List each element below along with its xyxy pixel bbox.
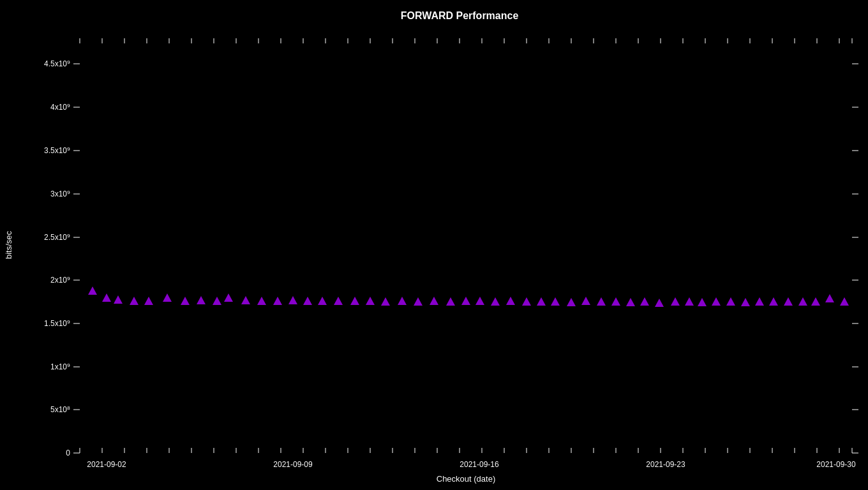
svg-marker-80 xyxy=(213,297,221,305)
svg-marker-102 xyxy=(551,297,560,306)
svg-marker-106 xyxy=(611,297,620,306)
svg-marker-105 xyxy=(597,297,606,306)
svg-marker-82 xyxy=(241,296,250,304)
svg-marker-118 xyxy=(784,297,793,306)
svg-marker-115 xyxy=(741,298,750,306)
y-tick-label: 0 xyxy=(66,449,70,457)
svg-marker-94 xyxy=(430,297,438,305)
y-tick-label: 2x10⁹ xyxy=(50,276,70,285)
x-axis-label: Checkout (date) xyxy=(437,474,496,484)
x-tick-label-4: 2021-09-23 xyxy=(646,460,685,469)
y-tick-label: 4.5x10⁹ xyxy=(44,59,70,68)
y-tick-label: 3.5x10⁹ xyxy=(44,146,70,155)
y-tick-label: 2.5x10⁹ xyxy=(44,233,70,242)
svg-marker-122 xyxy=(840,297,849,306)
svg-marker-107 xyxy=(626,298,635,306)
x-tick-label-5: 2021-09-30 xyxy=(816,460,856,469)
svg-marker-81 xyxy=(224,293,233,302)
svg-marker-88 xyxy=(334,297,343,305)
svg-marker-87 xyxy=(318,297,327,305)
svg-marker-79 xyxy=(197,296,206,304)
chart-title: FORWARD Performance xyxy=(401,10,519,21)
svg-marker-77 xyxy=(163,293,172,302)
data-points xyxy=(88,286,849,307)
svg-marker-117 xyxy=(769,297,778,306)
svg-marker-95 xyxy=(446,297,455,306)
svg-marker-97 xyxy=(475,297,484,305)
svg-marker-100 xyxy=(522,297,531,306)
chart-container: FORWARD Performance bits/sec Checkout (d… xyxy=(0,0,868,490)
svg-marker-101 xyxy=(537,297,546,306)
svg-marker-114 xyxy=(726,297,735,306)
y-tick-label: 1x10⁹ xyxy=(50,362,70,371)
svg-marker-83 xyxy=(257,297,266,305)
svg-marker-72 xyxy=(88,286,97,295)
svg-marker-89 xyxy=(350,297,359,305)
y-axis-label: bits/sec xyxy=(4,230,13,259)
svg-marker-86 xyxy=(303,297,312,305)
y-tick-label: 3x10⁹ xyxy=(50,189,70,198)
svg-marker-78 xyxy=(181,297,190,305)
svg-marker-120 xyxy=(811,297,820,306)
svg-marker-91 xyxy=(381,297,390,306)
svg-marker-110 xyxy=(671,297,680,306)
svg-marker-73 xyxy=(102,293,111,302)
svg-marker-90 xyxy=(366,297,375,305)
svg-marker-112 xyxy=(698,298,707,306)
y-tick-label: 4x10⁹ xyxy=(50,103,70,112)
svg-marker-76 xyxy=(144,297,153,305)
svg-marker-116 xyxy=(755,297,764,306)
svg-marker-119 xyxy=(798,297,807,306)
svg-marker-93 xyxy=(414,297,423,306)
svg-marker-104 xyxy=(581,297,590,305)
svg-marker-103 xyxy=(567,298,576,306)
svg-marker-99 xyxy=(506,297,515,305)
svg-marker-92 xyxy=(398,297,407,305)
y-tick-label: 1.5x10⁹ xyxy=(44,319,70,328)
svg-marker-108 xyxy=(640,297,649,306)
performance-chart: FORWARD Performance bits/sec Checkout (d… xyxy=(0,0,868,490)
svg-marker-85 xyxy=(288,296,297,304)
svg-marker-111 xyxy=(685,297,694,306)
y-tick-label: 5x10⁸ xyxy=(50,405,70,414)
svg-marker-96 xyxy=(461,297,470,305)
svg-marker-113 xyxy=(712,297,721,306)
x-tick-label-1: 2021-09-02 xyxy=(87,460,126,469)
svg-marker-109 xyxy=(655,299,664,307)
svg-marker-98 xyxy=(491,297,500,306)
svg-marker-121 xyxy=(825,294,834,302)
x-tick-label-3: 2021-09-16 xyxy=(460,460,499,469)
x-tick-label-2: 2021-09-09 xyxy=(273,460,313,469)
svg-marker-84 xyxy=(273,297,282,305)
svg-marker-74 xyxy=(114,295,123,304)
svg-marker-75 xyxy=(130,297,138,305)
